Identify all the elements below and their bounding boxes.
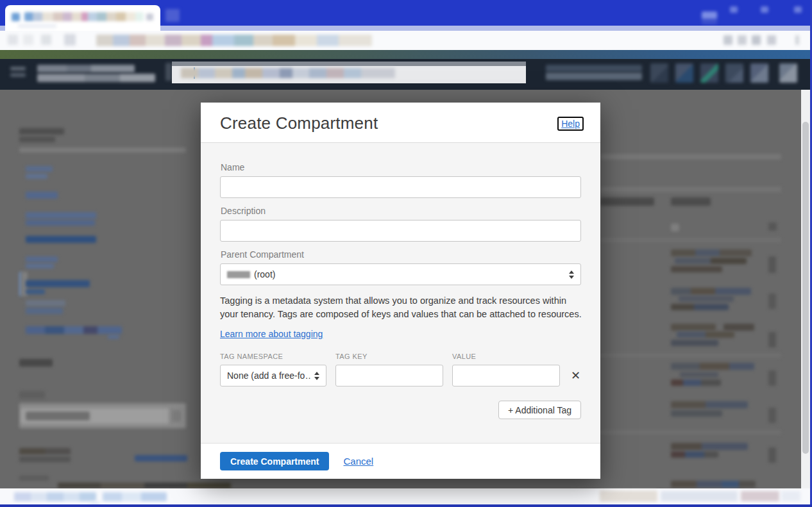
redacted-table-row (677, 331, 734, 338)
redacted-sidebar-link-row (135, 455, 187, 461)
extension-icon[interactable] (723, 35, 732, 45)
tag-value-input[interactable] (452, 365, 560, 386)
navbar-icon-language[interactable] (725, 63, 743, 83)
redacted-sidebar-item (26, 192, 58, 199)
create-compartment-modal: Create Compartment Help Name Description… (201, 103, 600, 479)
tagging-intro-text: Tagging is a metadata system that allows… (220, 294, 582, 321)
tab-favicon (12, 13, 20, 21)
new-tab-button[interactable] (165, 9, 180, 22)
redacted-sidebar-item-selected-line2 (26, 289, 45, 294)
modal-header: Create Compartment Help (201, 103, 600, 142)
redacted-sidebar-heading-line2 (19, 137, 55, 142)
redacted-column-header (671, 197, 711, 206)
redacted-sidebar-item (26, 236, 96, 243)
extension-icon[interactable] (767, 35, 776, 45)
redacted-address-and-bookmarks[interactable] (96, 35, 372, 46)
help-link[interactable]: Help (557, 117, 584, 131)
redacted-table-row (675, 258, 747, 264)
bookmark-folder-icon[interactable] (64, 34, 76, 46)
extension-icon[interactable] (752, 35, 761, 45)
console-footer-bar (0, 488, 810, 504)
search-top-band (172, 62, 526, 66)
description-input[interactable] (220, 220, 581, 242)
sidebar-divider (19, 147, 186, 153)
redacted-sidebar-item (26, 220, 95, 226)
navbar-icon-help[interactable] (700, 63, 718, 83)
tag-row: None (add a free-fo… ✕ (220, 365, 581, 386)
browser-menu-icon[interactable] (795, 35, 799, 45)
redacted-sidebar-links-tail (108, 335, 119, 339)
remove-tag-icon[interactable]: ✕ (570, 369, 582, 383)
redacted-table-row (671, 340, 718, 346)
reload-button[interactable] (41, 35, 51, 45)
redacted-sidebar-item (26, 300, 65, 306)
forward-button[interactable] (23, 35, 33, 45)
redacted-footer-text (781, 491, 800, 501)
redacted-row-action-icon (768, 256, 776, 273)
back-button[interactable] (8, 35, 18, 45)
redacted-region-label[interactable] (546, 65, 642, 72)
tag-namespace-value: None (add a free-fo… (227, 370, 310, 381)
modal-body: Name Description Parent Compartment (roo… (201, 142, 600, 444)
tag-namespace-label: TAG NAMESPACE (220, 353, 326, 360)
minimize-button[interactable] (730, 6, 738, 13)
redacted-console-logo (37, 65, 135, 72)
redacted-table-row (671, 288, 751, 295)
redacted-sidebar-item-selected (26, 280, 90, 287)
redacted-table-toolbar (600, 187, 781, 192)
redacted-footer-text (741, 491, 779, 501)
select-stepper-icon (569, 270, 574, 279)
learn-more-tagging-link[interactable]: Learn more about tagging (220, 329, 323, 339)
tab-close-icon[interactable] (146, 13, 153, 21)
redacted-region-label-line2[interactable] (546, 72, 642, 80)
maximize-button[interactable] (761, 6, 768, 13)
redacted-sidebar-text-line2 (19, 456, 71, 462)
redacted-tab-bar (600, 154, 781, 160)
modal-title: Create Compartment (220, 113, 378, 133)
tag-key-input[interactable] (335, 365, 443, 386)
page-scrollbar[interactable] (801, 90, 810, 488)
redacted-sidebar-text (19, 448, 71, 454)
extension-icon[interactable] (738, 35, 747, 45)
name-input[interactable] (220, 176, 581, 198)
redacted-table-row (671, 443, 748, 450)
cancel-link[interactable]: Cancel (343, 456, 373, 467)
close-window-button[interactable] (794, 6, 802, 13)
scrollbar-thumb[interactable] (802, 122, 809, 454)
redacted-cell-chip (671, 224, 679, 231)
redacted-console-logo-line2 (37, 74, 155, 82)
redacted-sidebar-item (26, 256, 58, 262)
hamburger-menu-icon-bar[interactable] (10, 73, 26, 77)
redacted-filter-icon (172, 410, 181, 422)
create-compartment-button[interactable]: Create Compartment (220, 452, 329, 470)
redacted-table-row (671, 249, 752, 256)
console-search-input[interactable] (172, 62, 526, 83)
page-top-banner (0, 50, 812, 59)
redacted-section-heading (19, 359, 53, 367)
additional-tag-button[interactable]: + Additional Tag (498, 401, 581, 419)
redacted-footer-link (14, 492, 96, 501)
tag-namespace-select[interactable]: None (add a free-fo… (220, 365, 326, 386)
window-border-bottom (0, 504, 812, 507)
navbar-icon-cloudshell[interactable] (650, 63, 668, 83)
table-divider (596, 353, 781, 358)
parent-compartment-select[interactable]: (root) (220, 263, 581, 285)
navbar-icon-settings[interactable] (750, 63, 768, 83)
navbar-icon-user[interactable] (779, 63, 797, 83)
redacted-table-row (723, 324, 754, 331)
profile-avatar[interactable] (702, 12, 717, 24)
redacted-footer-text (600, 490, 657, 502)
redacted-row-action-icon (768, 447, 776, 463)
redacted-sidebar-item (26, 212, 96, 219)
table-divider (596, 430, 781, 435)
redacted-sidebar-item (26, 166, 53, 172)
name-label: Name (221, 162, 581, 172)
additional-tag-row: + Additional Tag (220, 401, 581, 419)
hamburger-menu-icon[interactable] (10, 67, 26, 71)
redacted-sidebar-text (19, 476, 49, 481)
navbar-icon-announcements[interactable] (675, 63, 693, 83)
redacted-bottom-text-row (58, 483, 231, 488)
redacted-table-row (671, 451, 718, 458)
browser-tab-active[interactable] (5, 5, 160, 31)
redacted-filter-label (19, 391, 45, 399)
